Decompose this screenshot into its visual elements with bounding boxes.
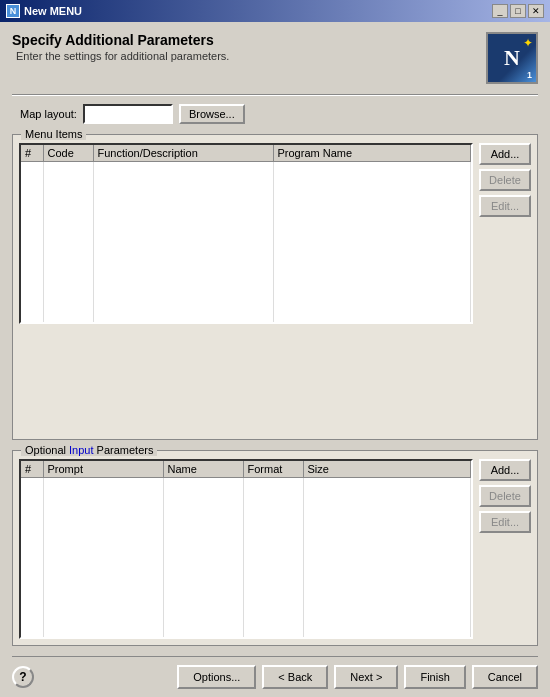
title-bar: N New MENU _ □ ✕ <box>0 0 550 22</box>
page-title: Specify Additional Parameters <box>12 32 486 48</box>
optional-params-add-button[interactable]: Add... <box>479 459 531 481</box>
table-row <box>21 178 471 194</box>
next-button[interactable]: Next > <box>334 665 398 689</box>
help-button[interactable]: ? <box>12 666 34 688</box>
optional-params-edit-button[interactable]: Edit... <box>479 511 531 533</box>
optional-params-group: Optional Input Parameters # Prompt Name … <box>12 450 538 647</box>
maximize-button[interactable]: □ <box>510 4 526 18</box>
menu-items-table: # Code Function/Description Program Name <box>21 145 471 322</box>
app-logo: N ✦ 1 <box>486 32 538 84</box>
table-row <box>21 162 471 178</box>
main-window: Specify Additional Parameters Enter the … <box>0 22 550 697</box>
back-button[interactable]: < Back <box>262 665 328 689</box>
logo-star: ✦ <box>523 36 533 50</box>
bottom-left: ? <box>12 666 34 688</box>
table-row <box>21 573 471 589</box>
menu-items-buttons: Add... Delete Edit... <box>479 143 531 324</box>
header-text: Specify Additional Parameters Enter the … <box>12 32 486 62</box>
optional-params-table: # Prompt Name Format Size <box>21 461 471 638</box>
col-program: Program Name <box>273 145 471 162</box>
table-row <box>21 525 471 541</box>
header-divider <box>12 94 538 96</box>
table-row <box>21 290 471 306</box>
table-row <box>21 621 471 637</box>
minimize-button[interactable]: _ <box>492 4 508 18</box>
col-prompt: Prompt <box>43 461 163 478</box>
optional-params-body <box>21 477 471 637</box>
browse-button[interactable]: Browse... <box>179 104 245 124</box>
map-layout-label: Map layout: <box>20 108 77 120</box>
col-hash: # <box>21 145 43 162</box>
cancel-button[interactable]: Cancel <box>472 665 538 689</box>
col-code: Code <box>43 145 93 162</box>
col-function: Function/Description <box>93 145 273 162</box>
table-row <box>21 306 471 322</box>
finish-button[interactable]: Finish <box>404 665 465 689</box>
bottom-bar: ? Options... < Back Next > Finish Cancel <box>12 656 538 689</box>
map-layout-input[interactable] <box>83 104 173 124</box>
optional-params-table-wrapper: # Prompt Name Format Size <box>19 459 473 640</box>
title-buttons: _ □ ✕ <box>492 4 544 18</box>
menu-items-add-button[interactable]: Add... <box>479 143 531 165</box>
options-button[interactable]: Options... <box>177 665 256 689</box>
menu-items-group: Menu Items # Code Function/Description P… <box>12 134 538 440</box>
menu-items-title: Menu Items <box>21 128 86 140</box>
col-size: Size <box>303 461 471 478</box>
bottom-buttons: Options... < Back Next > Finish Cancel <box>177 665 538 689</box>
logo-letter: N <box>504 45 520 71</box>
table-row <box>21 589 471 605</box>
table-row <box>21 226 471 242</box>
optional-params-buttons: Add... Delete Edit... <box>479 459 531 640</box>
table-row <box>21 477 471 493</box>
window-title: New MENU <box>24 5 82 17</box>
header-section: Specify Additional Parameters Enter the … <box>12 32 538 84</box>
optional-params-delete-button[interactable]: Delete <box>479 485 531 507</box>
table-row <box>21 493 471 509</box>
table-row <box>21 509 471 525</box>
table-row <box>21 557 471 573</box>
table-row <box>21 194 471 210</box>
title-bar-left: N New MENU <box>6 4 82 18</box>
table-row <box>21 274 471 290</box>
table-row <box>21 605 471 621</box>
table-row <box>21 210 471 226</box>
optional-params-header-row: # Prompt Name Format Size <box>21 461 471 478</box>
params-text: Parameters <box>94 444 154 456</box>
menu-items-header-row: # Code Function/Description Program Name <box>21 145 471 162</box>
col-hash-2: # <box>21 461 43 478</box>
optional-params-table-area: # Prompt Name Format Size <box>19 459 531 640</box>
page-subtitle: Enter the settings for additional parame… <box>16 50 486 62</box>
logo-number: 1 <box>527 70 532 80</box>
input-text: Input <box>69 444 93 456</box>
close-button[interactable]: ✕ <box>528 4 544 18</box>
menu-items-body <box>21 162 471 322</box>
table-row <box>21 258 471 274</box>
table-row <box>21 541 471 557</box>
map-layout-row: Map layout: Browse... <box>20 104 538 124</box>
menu-items-edit-button[interactable]: Edit... <box>479 195 531 217</box>
menu-items-delete-button[interactable]: Delete <box>479 169 531 191</box>
table-row <box>21 242 471 258</box>
menu-items-table-wrapper: # Code Function/Description Program Name <box>19 143 473 324</box>
optional-params-title: Optional Input Parameters <box>21 444 157 456</box>
optional-text: Optional <box>25 444 69 456</box>
col-name: Name <box>163 461 243 478</box>
col-format: Format <box>243 461 303 478</box>
menu-items-table-area: # Code Function/Description Program Name <box>19 143 531 324</box>
window-icon: N <box>6 4 20 18</box>
